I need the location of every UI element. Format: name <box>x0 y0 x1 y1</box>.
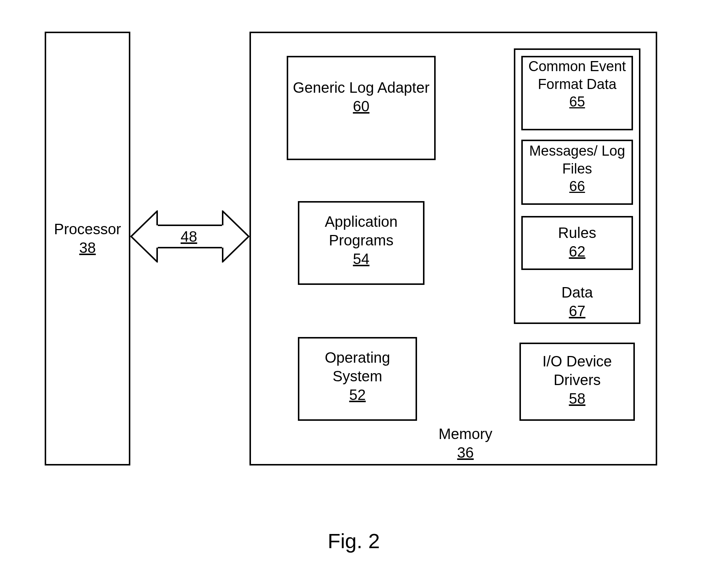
figure-canvas: Processor 38 48 Memory 36 Generic Log Ad… <box>0 0 703 588</box>
application-programs-text: Application Programs <box>298 212 424 249</box>
rules-ref: 62 <box>521 242 633 261</box>
bus-arrow: 48 <box>130 210 249 263</box>
operating-system-label: Operating System 52 <box>298 348 417 404</box>
rules-label: Rules 62 <box>521 223 633 261</box>
application-programs-ref: 54 <box>298 249 424 268</box>
operating-system-text: Operating System <box>298 348 417 385</box>
bus-arrow-head-right <box>222 210 249 263</box>
messages-log-files-ref: 66 <box>521 178 633 196</box>
processor-ref: 38 <box>45 238 130 257</box>
svg-marker-0 <box>131 211 157 262</box>
operating-system-ref: 52 <box>298 385 417 404</box>
memory-label-text: Memory <box>417 425 514 443</box>
common-event-format-data-label: Common Event Format Data 65 <box>521 58 633 111</box>
io-device-drivers-text: I/O Device Drivers <box>519 352 635 389</box>
bus-arrow-ref: 48 <box>181 228 197 245</box>
data-block-label: Data 67 <box>514 283 640 320</box>
generic-log-adapter-ref: 60 <box>287 97 436 115</box>
rules-text: Rules <box>521 223 633 242</box>
data-block-text: Data <box>514 283 640 302</box>
memory-label: Memory 36 <box>417 425 514 462</box>
io-device-drivers-ref: 58 <box>519 389 635 408</box>
processor-label: Processor 38 <box>45 220 130 257</box>
svg-marker-2 <box>223 211 249 262</box>
messages-log-files-label: Messages/ Log Files 66 <box>521 142 633 196</box>
application-programs-label: Application Programs 54 <box>298 212 424 268</box>
generic-log-adapter-label: Generic Log Adapter 60 <box>287 78 436 115</box>
memory-ref: 36 <box>417 443 514 462</box>
generic-log-adapter-text: Generic Log Adapter <box>287 78 436 97</box>
common-event-format-data-text: Common Event Format Data <box>521 58 633 93</box>
messages-log-files-text: Messages/ Log Files <box>521 142 633 178</box>
figure-label: Fig. 2 <box>305 529 402 553</box>
processor-label-text: Processor <box>45 220 130 238</box>
bus-arrow-head-left <box>130 210 158 263</box>
io-device-drivers-label: I/O Device Drivers 58 <box>519 352 635 408</box>
common-event-format-data-ref: 65 <box>521 93 633 111</box>
data-block-ref: 67 <box>514 302 640 320</box>
